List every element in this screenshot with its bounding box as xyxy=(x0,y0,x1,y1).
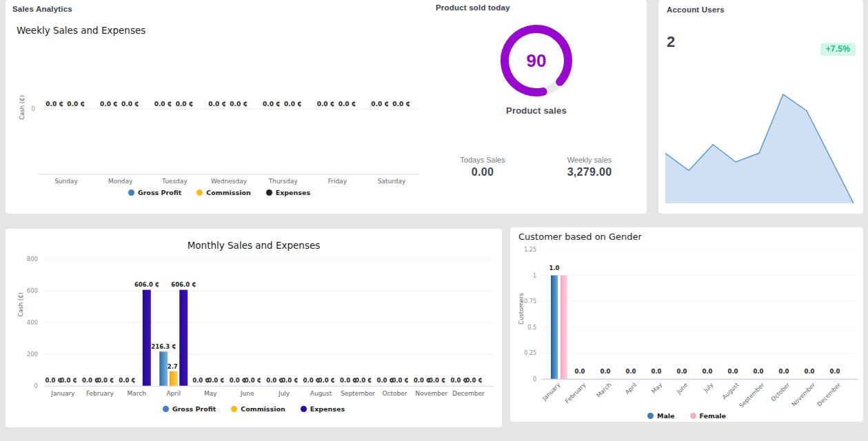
weekly-x-label: Saturday xyxy=(378,178,406,185)
weekly-legend: Gross ProfitCommissionExpenses xyxy=(6,187,433,197)
weekly-x-label: Tuesday xyxy=(161,178,188,185)
product-sales-gauge: 90 xyxy=(496,21,576,101)
weekly-data-label: 0.0 ₵ xyxy=(371,101,388,107)
monthly-sales-expenses-chart: 02004006008000.0 ₵0.0 ₵0.0 ₵0.0 ₵0.0 ₵21… xyxy=(6,229,502,402)
weekly-sales-label: Weekly sales xyxy=(538,156,641,164)
weekly-sales-value: 3,279.00 xyxy=(538,166,641,178)
gender-legend: MaleFemale xyxy=(510,411,863,420)
gender-legend-swatch xyxy=(690,413,696,419)
customer-gender-card: Customer based on Gender Customers 00.25… xyxy=(510,227,863,422)
weekly-data-label: 0.0 ₵ xyxy=(67,101,84,107)
gender-data-label: 0.0 xyxy=(727,368,738,375)
gender-data-label: 1.0 xyxy=(549,265,559,271)
todays-sales-label: Todays Sales xyxy=(431,156,534,164)
monthly-legend-item[interactable]: Commission xyxy=(231,405,285,413)
monthly-data-label: 0.0 ₵ xyxy=(45,377,61,384)
monthly-data-label: 0.0 ₵ xyxy=(319,377,335,384)
gender-x-label: May xyxy=(650,381,664,395)
monthly-data-label: 0.0 ₵ xyxy=(450,377,467,384)
gender-data-label: 0.0 xyxy=(804,368,814,375)
monthly-legend-label: Expenses xyxy=(310,405,345,413)
monthly-bar-expenses xyxy=(143,290,151,386)
weekly-x-label: Sunday xyxy=(54,178,78,185)
gender-x-label: March xyxy=(595,381,612,398)
account-users-header: Account Users xyxy=(667,6,725,14)
todays-sales-value: 0.00 xyxy=(431,166,534,178)
monthly-x-label: December xyxy=(452,390,485,397)
monthly-data-label: 606.0 ₵ xyxy=(171,281,196,288)
monthly-legend-item[interactable]: Gross Profit xyxy=(163,405,216,413)
weekly-legend-label: Gross Profit xyxy=(138,189,181,196)
monthly-x-label: June xyxy=(240,390,254,397)
monthly-data-label: 216.3 ₵ xyxy=(151,343,176,350)
monthly-x-label: February xyxy=(86,390,114,397)
weekly-legend-swatch xyxy=(266,189,272,196)
weekly-data-label: 0.0 ₵ xyxy=(339,101,356,107)
monthly-x-label: March xyxy=(128,390,146,397)
gender-y-tick: 1.25 xyxy=(524,247,536,253)
monthly-data-label: 0.0 ₵ xyxy=(82,377,99,384)
sales-analytics-card: Sales Analytics Weekly Sales and Expense… xyxy=(6,0,647,214)
gender-bar-male xyxy=(551,276,558,379)
account-users-card: Account Users 2 +7.5% xyxy=(658,0,863,214)
area-fill xyxy=(665,94,854,203)
weekly-legend-item[interactable]: Gross Profit xyxy=(128,189,181,196)
monthly-legend-swatch xyxy=(301,406,307,412)
weekly-sales-stat: Weekly sales 3,279.00 xyxy=(538,156,641,178)
monthly-x-label: April xyxy=(166,390,181,397)
monthly-y-tick: 400 xyxy=(27,319,38,326)
gender-data-label: 0.0 xyxy=(676,368,687,375)
weekly-data-label: 0.0 ₵ xyxy=(317,101,334,107)
product-sales-caption: Product sales xyxy=(467,105,605,116)
monthly-x-label: October xyxy=(382,390,407,397)
gender-y-tick: 1 xyxy=(533,273,536,279)
monthly-y-tick: 600 xyxy=(27,287,38,294)
monthly-legend-label: Gross Profit xyxy=(172,405,216,413)
monthly-data-label: 0.0 ₵ xyxy=(414,377,430,384)
monthly-data-label: 0.0 ₵ xyxy=(392,377,408,384)
monthly-bar-commission xyxy=(170,371,178,386)
monthly-y-tick: 0 xyxy=(34,382,38,389)
gender-x-label: October xyxy=(769,381,791,402)
weekly-x-label: Thursday xyxy=(268,178,299,185)
weekly-data-label: 0.0 ₵ xyxy=(100,101,117,107)
sales-analytics-header: Sales Analytics xyxy=(12,5,72,13)
gender-x-label: November xyxy=(790,381,817,408)
todays-sales-stat: Todays Sales 0.00 xyxy=(431,156,534,178)
gender-data-label: 0.0 xyxy=(829,368,840,375)
weekly-x-label: Friday xyxy=(328,178,347,185)
gender-legend-swatch xyxy=(647,413,654,419)
monthly-legend-item[interactable]: Expenses xyxy=(301,405,345,413)
monthly-data-label: 0.0 ₵ xyxy=(376,377,393,384)
gender-data-label: 0.0 xyxy=(651,368,661,375)
account-users-area-chart xyxy=(664,92,858,203)
gender-legend-label: Female xyxy=(700,412,727,420)
monthly-x-label: January xyxy=(50,390,75,397)
monthly-data-label: 0.0 ₵ xyxy=(60,377,77,384)
weekly-data-label: 0.0 ₵ xyxy=(392,101,410,107)
monthly-legend: Gross ProfitCommissionExpenses xyxy=(6,404,502,413)
donut-center-value: 90 xyxy=(496,21,576,101)
gender-legend-label: Male xyxy=(657,412,675,420)
gender-x-label: December xyxy=(816,381,842,408)
gender-legend-item[interactable]: Male xyxy=(647,412,675,420)
monthly-x-label: May xyxy=(204,390,217,397)
monthly-y-tick: 800 xyxy=(27,256,38,263)
gender-x-label: August xyxy=(720,381,740,401)
weekly-data-label: 0.0 ₵ xyxy=(263,101,280,107)
weekly-legend-label: Expenses xyxy=(276,189,310,196)
gender-data-label: 0.0 xyxy=(778,368,789,375)
gender-data-label: 0.0 xyxy=(702,368,712,375)
weekly-legend-label: Commission xyxy=(206,189,250,196)
gender-data-label: 0.0 xyxy=(600,368,610,375)
weekly-legend-item[interactable]: Commission xyxy=(196,189,250,196)
monthly-data-label: 606.0 ₵ xyxy=(134,281,159,288)
monthly-y-tick: 200 xyxy=(27,351,38,358)
monthly-data-label: 0.0 ₵ xyxy=(355,377,372,384)
gender-x-label: September xyxy=(738,381,766,409)
gender-legend-item[interactable]: Female xyxy=(690,412,727,420)
gender-x-label: July xyxy=(702,381,715,394)
weekly-data-label: 0.0 ₵ xyxy=(230,101,247,107)
weekly-legend-item[interactable]: Expenses xyxy=(266,189,310,196)
gender-y-tick: 0 xyxy=(533,376,536,382)
